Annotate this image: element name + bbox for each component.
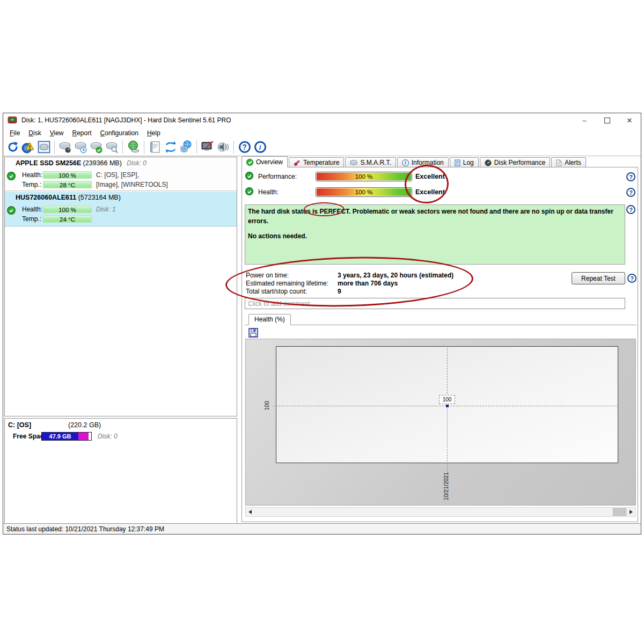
disk-clock-icon[interactable] xyxy=(73,140,89,155)
chart-tab-baseline xyxy=(245,325,636,325)
app-window: Disk: 1, HUS726060ALE611 [NAGJ3DHX] - Ha… xyxy=(3,113,641,535)
chart-ytick-label: 100 xyxy=(264,401,270,411)
alerts-doc-icon xyxy=(556,159,562,166)
disk-details-icon[interactable] xyxy=(36,140,52,155)
chart-data-point xyxy=(446,405,449,407)
performance-gauge-bar: 100 % xyxy=(316,172,412,181)
menu-configuration[interactable]: Configuration xyxy=(97,128,144,138)
temp-label: Temp.: xyxy=(22,215,40,223)
performance-value: 100 % xyxy=(317,173,411,180)
info-icon[interactable]: i xyxy=(252,140,268,155)
remote-monitor-icon[interactable] xyxy=(200,140,215,155)
scroll-left-arrow[interactable] xyxy=(246,508,254,516)
chart-point-label: 100 xyxy=(439,395,455,404)
temp-bar: 24 °C xyxy=(43,215,92,223)
performance-label: Performance: xyxy=(258,173,297,180)
disk-status-text-box: The hard disk status is PERFECT. Problem… xyxy=(245,204,625,265)
tab-disk-performance[interactable]: Disk Performance xyxy=(480,157,550,167)
sync-arrows-icon[interactable] xyxy=(163,140,178,155)
partition-size: (220.2 GB) xyxy=(68,421,101,429)
health-bar: 100 % xyxy=(43,171,92,179)
close-button[interactable]: ✕ xyxy=(618,113,641,127)
disk-ok-icon[interactable] xyxy=(89,140,104,155)
log-doc-icon xyxy=(455,159,460,166)
window-controls: – ✕ xyxy=(573,113,641,127)
disk-gauge-icon[interactable] xyxy=(57,140,73,155)
repeat-test-button[interactable]: Repeat Test xyxy=(572,272,625,284)
health-label: Health: xyxy=(258,188,279,196)
toolbar-separator xyxy=(196,141,197,153)
refresh-icon[interactable] xyxy=(5,140,20,155)
tab-label: Log xyxy=(463,159,474,166)
health-help-icon[interactable]: ? xyxy=(626,188,635,197)
disk-number: Disk: 1 xyxy=(96,206,116,213)
performance-ok-icon xyxy=(245,172,253,180)
screenshot-canvas: { "window": { "title": "Disk: 1, HUS7260… xyxy=(0,0,644,644)
disk-size: (5723164 MB) xyxy=(78,194,121,201)
online-globe-icon[interactable] xyxy=(126,140,141,155)
menu-help[interactable]: Help xyxy=(144,128,166,138)
tab-overview[interactable]: Overview xyxy=(241,156,288,167)
chart-tab-health[interactable]: Health (%) xyxy=(248,314,291,325)
health-gauge-bar: 100 % xyxy=(316,187,412,197)
help-icon[interactable]: ? xyxy=(237,140,252,155)
free-space-bar: 47.9 GB xyxy=(41,432,92,441)
temp-bar: 28 °C xyxy=(43,181,92,188)
overview-tab-page: Performance: 100 % Excellent ? Health: 1… xyxy=(241,167,638,522)
tab-smart[interactable]: S.M.A.R.T. xyxy=(345,157,396,167)
status-last-updated: Status last updated: 10/21/2021 Thursday… xyxy=(6,525,164,533)
status-no-actions: No actions needed. xyxy=(248,231,622,241)
tab-label: Alerts xyxy=(565,159,581,166)
tab-temperature[interactable]: Temperature xyxy=(289,157,344,167)
partition-list-line1: C: [OS], [ESP], xyxy=(96,171,139,179)
temp-label: Temp.: xyxy=(22,181,40,188)
menu-report[interactable]: Report xyxy=(69,128,97,138)
menu-disk[interactable]: Disk xyxy=(25,128,46,138)
title-bar: Disk: 1, HUS726060ALE611 [NAGJ3DHX] - Ha… xyxy=(3,113,641,127)
performance-gauge-icon xyxy=(485,159,492,166)
minimize-button[interactable]: – xyxy=(573,113,596,127)
disk-ok-check-icon xyxy=(7,206,16,215)
tab-log[interactable]: Log xyxy=(450,157,479,167)
chart-gridline-vertical xyxy=(447,346,448,478)
partition-list-line2: [Image], [WINRETOOLS] xyxy=(96,181,168,188)
health-label: Health: xyxy=(22,171,40,179)
partition-panel: C: [OS] (220.2 GB) Free Space 47.9 GB Di… xyxy=(4,418,237,524)
health-bar: 100 % xyxy=(43,206,92,213)
repeat-test-help-icon[interactable]: ? xyxy=(627,274,636,283)
disk-name: APPLE SSD SM256E xyxy=(16,159,81,167)
disk-list-item-1-selected[interactable]: HUS726060ALE611 (5723164 MB) Health: 100… xyxy=(5,192,237,226)
disk-search-icon[interactable] xyxy=(104,140,120,155)
disk-size: (239366 MB) xyxy=(83,159,122,167)
status-help-icon[interactable]: ? xyxy=(626,205,635,214)
free-space-value: 47.9 GB xyxy=(42,433,78,440)
menu-file[interactable]: File xyxy=(6,128,25,138)
performance-help-icon[interactable]: ? xyxy=(626,172,635,181)
scroll-right-arrow[interactable] xyxy=(627,508,635,516)
report-doc-icon[interactable] xyxy=(147,140,163,155)
disk-ok-check-icon xyxy=(7,172,16,180)
hdd-alert-icon[interactable] xyxy=(20,140,36,155)
disk-name: HUS726060ALE611 xyxy=(16,194,76,201)
chart-scrollbar[interactable] xyxy=(245,507,636,517)
partition-disk-number: Disk: 0 xyxy=(98,433,118,440)
health-ok-icon xyxy=(245,187,253,195)
smart-disk-icon xyxy=(350,159,357,166)
disk-list-item-0[interactable]: APPLE SSD SM256E (239366 MB) Disk: 0 Hea… xyxy=(5,157,237,191)
tab-label: Overview xyxy=(256,158,283,166)
network-pc-icon[interactable] xyxy=(178,140,194,155)
disk-list-panel: APPLE SSD SM256E (239366 MB) Disk: 0 Hea… xyxy=(4,157,237,416)
status-bar: Status last updated: 10/21/2021 Thursday… xyxy=(3,523,641,534)
menu-bar: File Disk View Report Configuration Help xyxy=(3,127,641,138)
save-chart-icon[interactable] xyxy=(248,328,258,339)
window-title: Disk: 1, HUS726060ALE611 [NAGJ3DHX] - Ha… xyxy=(21,116,231,124)
scroll-thumb[interactable] xyxy=(613,508,626,516)
sound-alert-icon[interactable] xyxy=(215,140,231,155)
maximize-button[interactable] xyxy=(596,113,618,127)
tab-label: Disk Performance xyxy=(494,159,545,166)
menu-view[interactable]: View xyxy=(47,128,69,138)
tab-alerts[interactable]: Alerts xyxy=(551,157,586,167)
chart-xtick-label: 10/21/2021 xyxy=(443,472,449,501)
health-chart-area: 100 100 10/21/2021 xyxy=(245,339,636,506)
information-icon: i xyxy=(402,159,409,166)
